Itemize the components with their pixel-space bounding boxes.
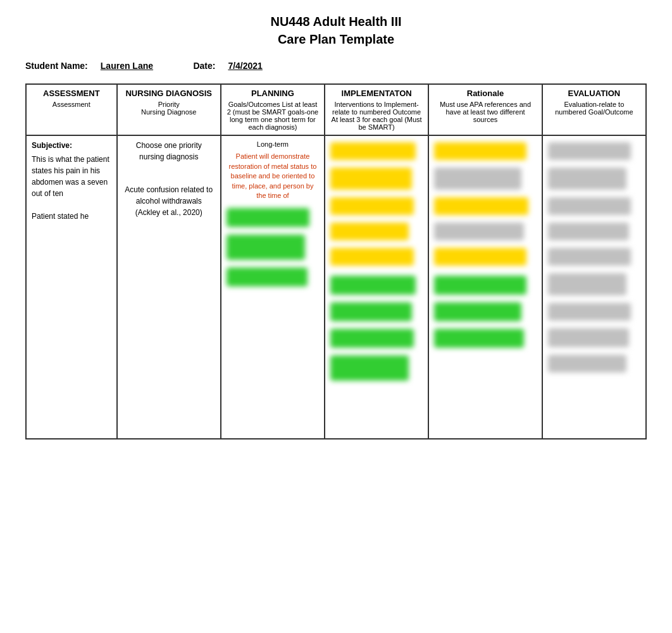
planning-block-1 — [227, 208, 310, 227]
student-info: Student Name: Lauren Lane Date: 7/4/2021 — [25, 61, 647, 71]
planning-block-2 — [227, 235, 305, 260]
date-value: 7/4/2021 — [228, 61, 263, 71]
impl-block-y5 — [330, 248, 414, 266]
care-plan-table: ASSESSMENT Assessment NURSING DIAGNOSIS … — [25, 83, 647, 439]
header-assessment: ASSESSMENT Assessment — [26, 84, 117, 135]
eval-block-gr5 — [548, 248, 632, 266]
rat-block-gr2 — [434, 223, 524, 240]
eval-block-gr2 — [548, 168, 626, 190]
page-title: NU448 Adult Health III Care Plan Templat… — [25, 13, 647, 48]
patient-stated: Patient stated he — [32, 212, 89, 221]
impl-block-y2 — [330, 168, 412, 190]
impl-block-g2 — [330, 302, 412, 321]
rationale-cell — [428, 135, 542, 439]
title-section: NU448 Adult Health III Care Plan Templat… — [25, 13, 647, 48]
subjective-label: Subjective: — [32, 140, 111, 151]
long-term-text: Patient will demonstrate restoration of … — [227, 152, 319, 200]
implementation-cell — [325, 135, 428, 439]
eval-block-gr1 — [548, 142, 632, 160]
impl-block-g4 — [330, 355, 409, 381]
impl-block-g3 — [330, 329, 414, 348]
planning-blurred-blocks — [227, 206, 319, 289]
student-name-label: Student Name: — [25, 61, 88, 71]
date-label: Date: — [193, 61, 215, 71]
rat-block-y1 — [434, 142, 526, 160]
rat-block-gr1 — [434, 168, 521, 190]
nursing-intro: Choose one priority nursing diagnosis — [123, 140, 215, 163]
planning-block-3 — [227, 267, 308, 286]
page-container: NU448 Adult Health III Care Plan Templat… — [0, 0, 672, 452]
nursing-diagnosis-cell: Choose one priority nursing diagnosis Ac… — [117, 135, 221, 439]
implementation-blocks — [330, 140, 423, 383]
subjective-text: This is what the patient states his pain… — [32, 155, 109, 198]
header-implementation: IMPLEMENTATON Interventions to Implement… — [325, 84, 428, 135]
assessment-cell: Subjective: This is what the patient sta… — [26, 135, 117, 439]
rat-block-g3 — [434, 329, 524, 348]
impl-block-y3 — [330, 197, 414, 215]
planning-cell: Long-term Patient will demonstrate resto… — [221, 135, 325, 439]
student-name-value: Lauren Lane — [101, 61, 153, 71]
evaluation-cell — [542, 135, 646, 439]
table-data-row: Subjective: This is what the patient sta… — [26, 135, 646, 439]
impl-block-y1 — [330, 142, 415, 160]
eval-block-gr6 — [548, 273, 626, 295]
long-term-label: Long-term — [227, 140, 319, 149]
rat-block-g2 — [434, 302, 521, 321]
nursing-diagnosis-text: Acute confusion related to alcohol withd… — [123, 184, 215, 218]
impl-block-g1 — [330, 276, 415, 295]
header-planning: PLANNING Goals/Outcomes List at least 2 … — [221, 84, 325, 135]
header-evaluation: EVALUATION Evaluation-relate to numbered… — [542, 84, 646, 135]
eval-block-gr9 — [548, 355, 626, 372]
rationale-blocks — [434, 140, 537, 350]
header-rationale: Rationale Must use APA references and ha… — [428, 84, 542, 135]
eval-block-gr8 — [548, 328, 630, 347]
header-nursing: NURSING DIAGNOSIS Priority Nursing Diagn… — [117, 84, 221, 135]
rat-block-y2 — [434, 197, 528, 215]
rat-block-y3 — [434, 248, 526, 266]
evaluation-blocks — [548, 140, 640, 375]
eval-block-gr4 — [548, 223, 630, 240]
eval-block-gr7 — [548, 303, 632, 321]
rat-block-g1 — [434, 276, 526, 295]
eval-block-gr3 — [548, 197, 632, 215]
table-header-row: ASSESSMENT Assessment NURSING DIAGNOSIS … — [26, 84, 646, 135]
impl-block-y4 — [330, 223, 409, 240]
